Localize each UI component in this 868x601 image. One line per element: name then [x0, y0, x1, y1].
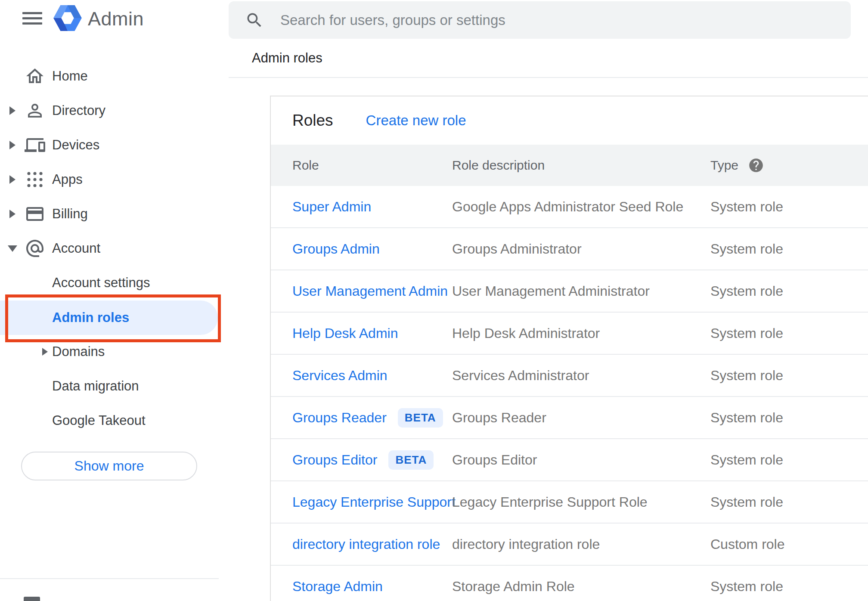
role-link[interactable]: Storage Admin	[292, 579, 383, 595]
role-type: System role	[710, 325, 783, 341]
role-link[interactable]: Legacy Enterprise Support	[292, 494, 456, 510]
role-link[interactable]: Groups Reader	[292, 410, 387, 426]
search-input[interactable]	[280, 12, 797, 28]
sidebar-item-label: Home	[52, 68, 88, 84]
table-row: Groups Editor BETA Groups Editor System …	[271, 439, 868, 481]
credit-card-icon	[25, 204, 45, 224]
column-header-description: Role description	[452, 158, 545, 173]
chevron-right-icon[interactable]	[9, 141, 16, 149]
role-description: Legacy Enterprise Support Role	[452, 494, 648, 510]
app-title: Admin	[88, 8, 144, 30]
role-type: System role	[710, 494, 783, 510]
menu-hamburger-icon[interactable]	[22, 12, 42, 27]
sidebar-item-label: Billing	[52, 206, 88, 222]
role-type: System role	[710, 368, 783, 384]
role-description: Groups Administrator	[452, 241, 582, 257]
cutoff-icon	[24, 597, 40, 601]
devices-icon	[25, 135, 45, 155]
role-link[interactable]: Help Desk Admin	[292, 325, 398, 341]
panel-title: Roles	[292, 112, 333, 130]
role-link[interactable]: directory integration role	[292, 536, 440, 552]
person-icon	[25, 100, 45, 121]
chevron-right-icon[interactable]	[9, 210, 16, 218]
sidebar-item-admin-roles[interactable]: Admin roles	[0, 300, 228, 335]
role-type: System role	[710, 241, 783, 257]
sidebar-item-label: Admin roles	[52, 310, 129, 325]
role-link[interactable]: Groups Admin	[292, 241, 380, 257]
chevron-right-icon[interactable]	[42, 348, 48, 356]
sidebar-item-billing[interactable]: Billing	[0, 197, 228, 231]
chevron-right-icon[interactable]	[9, 175, 16, 184]
breadcrumb: Admin roles	[252, 50, 322, 66]
role-link[interactable]: Services Admin	[292, 368, 388, 384]
roles-panel: Roles Create new role Role Role descript…	[270, 96, 868, 601]
table-row: Groups Admin Groups Administrator System…	[271, 228, 868, 270]
sidebar-item-directory[interactable]: Directory	[0, 93, 228, 128]
search-bar[interactable]	[229, 1, 851, 39]
role-link[interactable]: User Management Admin	[292, 283, 448, 299]
role-description: User Management Administrator	[452, 283, 650, 299]
table-row: Services Admin Services Administrator Sy…	[271, 355, 868, 397]
role-type: System role	[710, 283, 783, 299]
table-row: Help Desk Admin Help Desk Administrator …	[271, 313, 868, 355]
admin-logo-icon	[53, 5, 82, 31]
help-icon[interactable]	[748, 157, 764, 173]
chevron-right-icon[interactable]	[9, 106, 16, 115]
apps-grid-icon	[25, 169, 45, 190]
sidebar-item-label: Google Takeout	[52, 413, 146, 428]
column-header-role: Role	[292, 158, 319, 173]
table-row: Storage Admin Storage Admin Role System …	[271, 566, 868, 601]
role-type: System role	[710, 452, 783, 468]
role-description: Help Desk Administrator	[452, 325, 600, 341]
sidebar-item-data-migration[interactable]: Data migration	[0, 369, 228, 403]
role-description: Services Administrator	[452, 368, 589, 384]
column-header-type: Type	[710, 158, 738, 173]
role-link[interactable]: Super Admin	[292, 199, 371, 215]
chevron-down-icon[interactable]	[8, 245, 17, 252]
table-header-row: Role Role description Type	[271, 145, 868, 186]
role-description: Groups Reader	[452, 410, 546, 426]
role-type: System role	[710, 410, 783, 426]
sidebar-item-home[interactable]: Home	[0, 59, 228, 93]
role-link[interactable]: Groups Editor	[292, 452, 377, 468]
sidebar-item-label: Devices	[52, 137, 99, 153]
table-row: Groups Reader BETA Groups Reader System …	[271, 397, 868, 439]
sidebar-item-google-takeout[interactable]: Google Takeout	[0, 403, 228, 438]
table-row: Legacy Enterprise Support Legacy Enterpr…	[271, 481, 868, 524]
role-description: directory integration role	[452, 536, 600, 552]
sidebar-item-domains[interactable]: Domains	[0, 335, 228, 369]
sidebar-item-account[interactable]: Account	[0, 231, 228, 266]
table-row: Super Admin Google Apps Administrator Se…	[271, 186, 868, 228]
sidebar-item-label: Domains	[52, 344, 105, 359]
sidebar-item-label: Directory	[52, 103, 105, 118]
table-row: User Management Admin User Management Ad…	[271, 270, 868, 313]
sidebar-item-label: Data migration	[52, 378, 139, 394]
at-sign-icon	[25, 238, 45, 259]
search-icon	[245, 11, 264, 30]
sidebar-item-label: Account settings	[52, 275, 150, 291]
sidebar-item-label: Apps	[52, 172, 83, 187]
role-type: Custom role	[710, 536, 785, 552]
create-new-role-link[interactable]: Create new role	[366, 112, 466, 129]
show-more-button[interactable]: Show more	[21, 452, 197, 480]
beta-badge: BETA	[398, 408, 443, 428]
role-description: Groups Editor	[452, 452, 537, 468]
role-type: System role	[710, 579, 783, 595]
role-description: Storage Admin Role	[452, 579, 575, 595]
role-type: System role	[710, 199, 783, 215]
sidebar-item-apps[interactable]: Apps	[0, 162, 228, 197]
sidebar-item-label: Account	[52, 241, 100, 256]
beta-badge: BETA	[388, 450, 434, 470]
sidebar-divider	[0, 578, 219, 579]
role-description: Google Apps Administrator Seed Role	[452, 199, 683, 215]
roles-table: Super Admin Google Apps Administrator Se…	[271, 186, 868, 601]
sidebar-item-devices[interactable]: Devices	[0, 128, 228, 162]
home-icon	[25, 66, 45, 87]
roles-panel-header: Roles Create new role	[271, 96, 868, 145]
table-row: directory integration role directory int…	[271, 524, 868, 566]
header-divider	[229, 77, 868, 78]
